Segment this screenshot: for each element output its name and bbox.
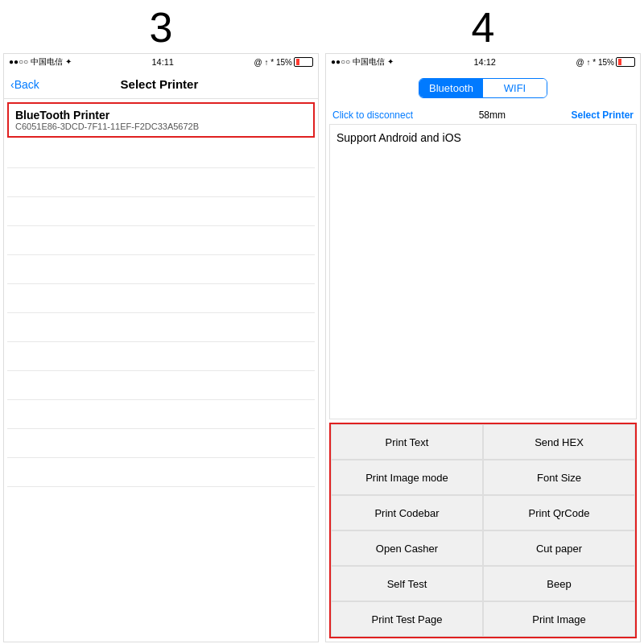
send-hex-button[interactable]: Send HEX (483, 424, 635, 460)
panels: ●●○○ 中国电信 ✦ 14:11 @ ↑ * 15% ‹ Back Selec… (0, 52, 644, 644)
empty-row-10 (7, 400, 315, 429)
print-text-button[interactable]: Print Text (331, 424, 483, 460)
empty-row-9 (7, 371, 315, 400)
print-codebar-button[interactable]: Print Codebar (331, 495, 483, 530)
empty-row-6 (7, 284, 315, 313)
signal-right: ●●○○ 中国电信 ✦ (331, 56, 394, 68)
print-image-button[interactable]: Print Image (483, 601, 635, 637)
signal-left: ●●○○ 中国电信 ✦ (9, 56, 72, 68)
status-right-text-left: @ ↑ * 15% (254, 58, 292, 67)
status-left-right: ●●○○ 中国电信 ✦ (331, 56, 394, 68)
support-text: Support Android and iOS (336, 131, 461, 144)
status-left-left: ●●○○ 中国电信 ✦ (9, 56, 72, 68)
empty-rows (7, 139, 315, 487)
beep-button[interactable]: Beep (483, 566, 635, 601)
empty-row-5 (7, 255, 315, 284)
segmented-control: Bluetooth WIFI (419, 78, 547, 98)
self-test-button[interactable]: Self Test (331, 566, 483, 601)
print-qrcode-button[interactable]: Print QrCode (483, 495, 635, 530)
battery-icon-left (294, 57, 313, 67)
status-bar-left: ●●○○ 中国电信 ✦ 14:11 @ ↑ * 15% (4, 54, 318, 70)
print-test-page-button[interactable]: Print Test Page (331, 601, 483, 637)
content-area: Support Android and iOS (329, 124, 637, 419)
nav-title-left: Select Printer (121, 77, 199, 91)
status-bar-right: ●●○○ 中国电信 ✦ 14:12 @ ↑ * 15% (326, 54, 640, 70)
time-left: 14:11 (151, 57, 174, 67)
empty-row-3 (7, 197, 315, 226)
step-4: 4 (322, 6, 644, 48)
paper-size: 58mm (479, 109, 506, 121)
battery-icon-right (616, 57, 635, 67)
step-3: 3 (0, 6, 322, 48)
font-size-button[interactable]: Font Size (483, 460, 635, 495)
empty-row-11 (7, 429, 315, 458)
disconnect-button[interactable]: Click to disconnect (332, 109, 413, 121)
empty-row-4 (7, 226, 315, 255)
printer-name: BlueTooth Printer (15, 109, 307, 122)
printer-list: BlueTooth Printer C6051E86-3DCD-7F11-11E… (7, 102, 315, 487)
back-button[interactable]: ‹ Back (10, 78, 39, 91)
empty-row-1 (7, 139, 315, 168)
time-right: 14:12 (473, 57, 496, 67)
panel-right: ●●○○ 中国电信 ✦ 14:12 @ ↑ * 15% Bluetooth WI… (325, 53, 641, 642)
step-numbers: 3 4 (0, 0, 644, 52)
print-image-mode-button[interactable]: Print Image mode (331, 460, 483, 495)
segmented-wrapper: Bluetooth WIFI (326, 70, 640, 106)
nav-bar-left: ‹ Back Select Printer (4, 70, 318, 99)
battery-right: @ ↑ * 15% (576, 57, 635, 67)
button-grid: Print Text Send HEX Print Image mode Fon… (331, 424, 635, 637)
printer-id: C6051E86-3DCD-7F11-11EF-F2DC33A5672B (15, 122, 307, 131)
printer-item[interactable]: BlueTooth Printer C6051E86-3DCD-7F11-11E… (7, 102, 315, 138)
button-grid-wrapper: Print Text Send HEX Print Image mode Fon… (329, 423, 637, 638)
empty-row-12 (7, 458, 315, 487)
bluetooth-tab[interactable]: Bluetooth (419, 79, 483, 97)
status-right-text-right: @ ↑ * 15% (576, 58, 614, 67)
empty-row-7 (7, 313, 315, 342)
back-label: Back (14, 78, 39, 91)
empty-row-2 (7, 168, 315, 197)
empty-row-8 (7, 342, 315, 371)
select-printer-link[interactable]: Select Printer (572, 109, 634, 121)
panel-left: ●●○○ 中国电信 ✦ 14:11 @ ↑ * 15% ‹ Back Selec… (3, 53, 319, 642)
connection-bar: Click to disconnect 58mm Select Printer (326, 106, 640, 124)
open-casher-button[interactable]: Open Casher (331, 530, 483, 566)
cut-paper-button[interactable]: Cut paper (483, 530, 635, 566)
wifi-tab[interactable]: WIFI (483, 79, 547, 97)
battery-left: @ ↑ * 15% (254, 57, 313, 67)
